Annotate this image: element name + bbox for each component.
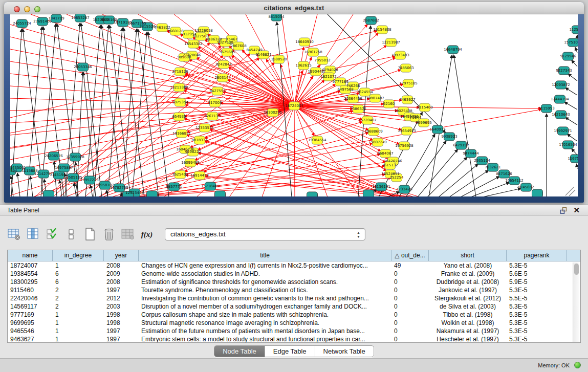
graph-node-label: 16782759	[110, 186, 128, 190]
table-row[interactable]: 2242004622012Investigating the contribut…	[8, 294, 580, 302]
scrollbar-thumb[interactable]	[574, 264, 579, 275]
column-header-pagerank[interactable]: pagerank	[507, 250, 567, 261]
trash-icon[interactable]	[102, 227, 116, 242]
graph-node-label: 654935	[172, 115, 186, 119]
graph-node-label: 75467	[226, 37, 237, 41]
table-cell: Disruption of a novel member of a sodium…	[139, 302, 391, 311]
graph-node-label: 12923448	[125, 191, 144, 195]
table-row[interactable]: 1872400712008Changes of HCN gene express…	[8, 261, 580, 270]
table-settings-icon[interactable]	[7, 227, 21, 242]
network-canvas[interactable]: 2405572427691406184171910653287152760264…	[10, 14, 578, 196]
graph-node-label: 9474444	[463, 151, 479, 156]
table-cell: 2003	[104, 302, 139, 311]
graph-node-label: 9115460	[417, 105, 432, 110]
graph-node-label: 12353534	[195, 126, 214, 130]
graph-node[interactable]	[532, 189, 543, 196]
table-row[interactable]: 969969511998Structural magnetic resonanc…	[8, 319, 580, 327]
graph-node[interactable]	[363, 190, 374, 196]
table-row[interactable]: 946362711997Embryonic stem cells: a mode…	[8, 335, 580, 343]
rows-icon[interactable]	[64, 227, 78, 242]
memory-status-icon	[574, 362, 581, 368]
table-row[interactable]: 1456911722003Disruption of a novel membe…	[8, 302, 580, 311]
table-cell: Tourette syndrome. Phenomenology and cla…	[139, 286, 391, 294]
checklist-icon[interactable]	[45, 227, 59, 242]
table-tabs: Node TableEdge TableNetwork Table	[0, 345, 588, 357]
graph-node-label: 1362615	[295, 63, 311, 68]
table-cell: 0	[391, 319, 429, 327]
column-header-short[interactable]: short	[429, 250, 507, 261]
column-header-out_de[interactable]: △ out_de...	[391, 250, 429, 261]
graph-node-label: 12444194	[551, 97, 569, 101]
table-cell: 5.3E-5	[507, 311, 567, 319]
table-row[interactable]: 1938455462009Genome-wide association stu…	[8, 270, 580, 278]
table-body: 1872400712008Changes of HCN gene express…	[8, 261, 580, 343]
graph-node-label: 20053346	[74, 65, 92, 69]
graph-node-label: 8471626	[496, 172, 512, 176]
graph-node-label: 17016504	[559, 143, 577, 147]
window-titlebar[interactable]: citations_edges.txt	[4, 2, 584, 14]
table-scrollbar[interactable]	[573, 262, 579, 342]
graph-node-label: 9684067	[377, 151, 393, 156]
graph-node-label: 13226058	[194, 29, 213, 33]
column-header-year[interactable]: year	[104, 250, 139, 261]
column-header-name[interactable]: name	[8, 250, 53, 261]
graph-node-label: 9146821	[255, 53, 271, 57]
table-selector-value: citations_edges.txt	[170, 230, 226, 238]
graph-node-label: 8815054	[268, 15, 285, 19]
graph-node[interactable]	[307, 192, 318, 196]
network-graph[interactable]: 2405572427691406184171910653287152760264…	[10, 14, 578, 196]
table-cell: Franke et al. (2009)	[429, 270, 507, 278]
table-cell: 0	[391, 286, 429, 294]
graph-node-label: 8427552	[209, 89, 225, 93]
graph-node-label: 18300295	[264, 111, 282, 115]
table-row[interactable]: 1830029562008Estimation of significance …	[8, 278, 580, 286]
table-row[interactable]: 977716911998Corpus callosum shape and si…	[8, 311, 580, 319]
graph-node-label: 19384554	[308, 138, 326, 142]
graph-node-label: 15992971	[554, 129, 572, 133]
table-selector[interactable]: citations_edges.txt ▲▼	[165, 228, 365, 240]
table-disabled-icon[interactable]	[121, 227, 135, 242]
graph-node-label: 18640910	[295, 40, 314, 44]
graph-node-label: 10025438	[394, 109, 412, 113]
close-icon[interactable]: ✕	[573, 206, 580, 215]
new-file-icon[interactable]	[83, 227, 97, 242]
graph-node-label: 17957223	[80, 178, 99, 182]
graph-node-label: 10653287	[71, 16, 90, 20]
graph-node[interactable]	[147, 191, 158, 196]
graph-node-label: 20206576	[45, 154, 63, 158]
column-select-icon[interactable]	[26, 227, 40, 242]
table-row[interactable]: 911546021997Tourette syndrome. Phenomeno…	[8, 286, 580, 294]
table-panel-header: Table Panel ✕	[0, 205, 588, 216]
graph-node-label: 15751074	[564, 40, 578, 45]
table-cell: 0	[391, 302, 429, 311]
graph-node-label: 2935114	[474, 159, 490, 163]
graph-node[interactable]	[215, 191, 226, 196]
table-cell: 1997	[104, 335, 139, 343]
tab-edge-table[interactable]: Edge Table	[265, 346, 315, 357]
table-cell: Estimation of the future numbers of pati…	[139, 327, 391, 335]
table-cell: 2012	[104, 294, 139, 302]
table-toolbar: f(x) citations_edges.txt ▲▼	[7, 226, 365, 243]
column-header-title[interactable]: title	[139, 250, 391, 261]
float-window-icon[interactable]	[560, 207, 568, 214]
column-header-in_degree[interactable]: in_degree	[53, 250, 104, 261]
table-cell: Genome-wide association studies in ADHD.	[139, 270, 391, 278]
graph-node-label: 1990448	[308, 70, 323, 74]
tab-node-table[interactable]: Node Table	[214, 346, 265, 357]
graph-node-label: 8878334	[191, 138, 208, 142]
graph-node-label: 16543382	[184, 42, 203, 46]
table-panel: Table Panel ✕	[0, 205, 588, 358]
function-icon[interactable]: f(x)	[140, 227, 154, 242]
graph-node[interactable]	[43, 190, 54, 196]
table-cell: 1	[53, 335, 104, 343]
table-cell: 2008	[104, 278, 139, 286]
graph-node-label: 1841719	[48, 16, 64, 20]
table-cell: Embryonic stem cells: a model to study s…	[139, 335, 391, 343]
table-cell: 2009	[104, 270, 139, 278]
graph-node-label: 12093872	[552, 83, 570, 87]
table-row[interactable]: 946554611997Estimation of the future num…	[8, 327, 580, 335]
graph-node-label: 79644	[410, 116, 422, 120]
graph-node-label: 7632621	[485, 165, 500, 169]
graph-node-label: 16136141	[372, 185, 390, 189]
tab-network-table[interactable]: Network Table	[315, 346, 374, 357]
